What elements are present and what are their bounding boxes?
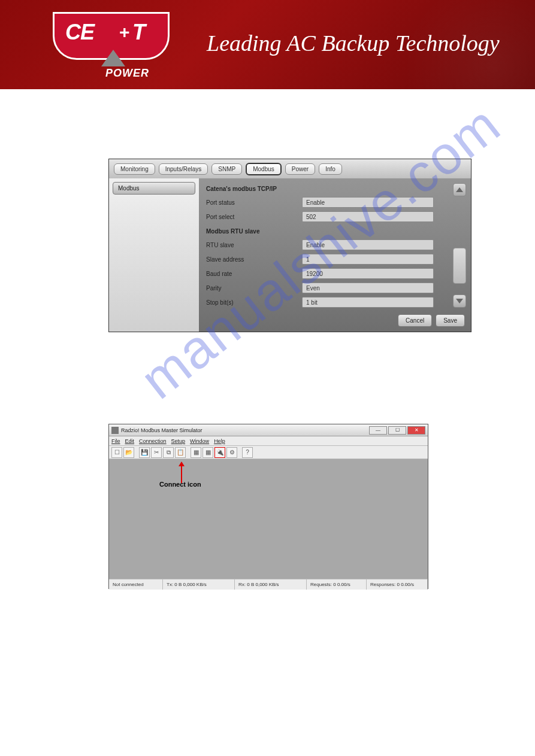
connect-icon[interactable]: 🔌 <box>214 447 225 458</box>
toolbar: ☐ 📂 💾 ✂ ⧉ 📋 ▦ ▦ 🔌 ⚙ ? <box>109 446 428 459</box>
copy-icon[interactable]: ⧉ <box>163 447 174 458</box>
field-stop-bits[interactable]: 1 bit <box>302 297 434 308</box>
tab-monitoring[interactable]: Monitoring <box>114 163 155 175</box>
menu-setup[interactable]: Setup <box>171 438 186 444</box>
grid2-icon[interactable]: ▦ <box>202 447 213 458</box>
window-title: Radzio! Modbus Master Simulator <box>121 427 202 433</box>
label-rtu-slave: RTU slave <box>206 242 302 248</box>
logo-triangle-icon <box>101 50 125 66</box>
tab-snmp[interactable]: SNMP <box>211 163 242 175</box>
close-button[interactable]: ✕ <box>407 426 425 435</box>
tab-inputs-relays[interactable]: Inputs/Relays <box>159 163 208 175</box>
menu-help[interactable]: Help <box>214 438 225 444</box>
label-slave-address: Slave address <box>206 256 302 263</box>
status-bar: Not connected Tx: 0 B 0,000 KB/s Rx: 0 B… <box>109 579 428 590</box>
status-connection: Not connected <box>109 579 163 590</box>
sidebar: Modbus <box>109 178 199 332</box>
scroll-up-button[interactable] <box>453 183 466 196</box>
field-slave-address[interactable]: 1 <box>302 254 434 265</box>
tab-bar: Monitoring Inputs/Relays SNMP Modbus Pow… <box>109 159 471 178</box>
paste-icon[interactable]: 📋 <box>175 447 186 458</box>
scrollbar[interactable] <box>453 200 466 291</box>
header-banner: CE + T POWER Leading AC Backup Technolog… <box>0 0 535 89</box>
logo-text-t: T <box>132 20 146 45</box>
window-titlebar: Radzio! Modbus Master Simulator — ☐ ✕ <box>109 424 428 436</box>
props-icon[interactable]: ⚙ <box>226 447 237 458</box>
scrollbar-thumb[interactable] <box>453 248 466 284</box>
tab-info[interactable]: Info <box>319 163 342 175</box>
field-rtu-slave[interactable]: Enable <box>302 239 434 250</box>
label-parity: Parity <box>206 285 302 292</box>
field-parity[interactable]: Even <box>302 283 434 293</box>
tab-modbus[interactable]: Modbus <box>246 163 282 175</box>
about-icon[interactable]: ? <box>242 447 253 458</box>
label-port-status: Port status <box>206 199 302 206</box>
maximize-button[interactable]: ☐ <box>388 426 406 435</box>
logo-sub: POWER <box>105 67 149 80</box>
new-icon[interactable]: ☐ <box>111 447 122 458</box>
open-icon[interactable]: 📂 <box>123 447 134 458</box>
annotation-arrow-icon <box>179 462 185 483</box>
section-title-tcpip: Catena's modbus TCP/IP <box>206 186 464 192</box>
cut-icon[interactable]: ✂ <box>151 447 162 458</box>
section-title-rtu: Modbus RTU slave <box>206 228 464 235</box>
sidebar-item-modbus[interactable]: Modbus <box>113 182 195 195</box>
annotation-label: Connect icon <box>159 481 201 488</box>
cancel-button[interactable]: Cancel <box>398 314 432 327</box>
status-requests: Requests: 0 0.00/s <box>307 579 367 590</box>
status-rx: Rx: 0 B 0,000 KB/s <box>235 579 307 590</box>
settings-panel: Catena's modbus TCP/IP Port statusEnable… <box>199 178 471 332</box>
tagline: Leading AC Backup Technology <box>207 30 500 56</box>
menu-bar: File Edit Connection Setup Window Help <box>109 436 428 446</box>
logo: CE + T POWER <box>53 12 170 78</box>
save-icon[interactable]: 💾 <box>139 447 150 458</box>
window-client-area: Connect icon <box>109 459 428 579</box>
menu-file[interactable]: File <box>111 438 120 444</box>
scroll-down-button[interactable] <box>453 294 466 308</box>
grid-icon[interactable]: ▦ <box>191 447 201 458</box>
field-port-select[interactable]: 502 <box>302 211 434 222</box>
radzio-window-screenshot: Radzio! Modbus Master Simulator — ☐ ✕ Fi… <box>108 424 428 589</box>
minimize-button[interactable]: — <box>369 426 387 435</box>
status-tx: Tx: 0 B 0,000 KB/s <box>163 579 235 590</box>
menu-window[interactable]: Window <box>190 438 209 444</box>
modbus-config-screenshot: Monitoring Inputs/Relays SNMP Modbus Pow… <box>108 159 471 332</box>
menu-edit[interactable]: Edit <box>125 438 135 444</box>
field-port-status[interactable]: Enable <box>302 197 434 208</box>
label-port-select: Port select <box>206 214 302 220</box>
save-button[interactable]: Save <box>436 314 465 327</box>
logo-text-plus: + <box>119 22 130 42</box>
menu-connection[interactable]: Connection <box>139 438 167 444</box>
field-baud-rate[interactable]: 19200 <box>302 268 434 279</box>
label-baud-rate: Baud rate <box>206 271 302 277</box>
logo-text-ce: CE <box>65 20 94 45</box>
tab-power[interactable]: Power <box>285 163 315 175</box>
app-icon <box>111 427 119 434</box>
status-responses: Responses: 0 0.00/s <box>367 579 428 590</box>
label-stop-bits: Stop bit(s) <box>206 299 302 306</box>
